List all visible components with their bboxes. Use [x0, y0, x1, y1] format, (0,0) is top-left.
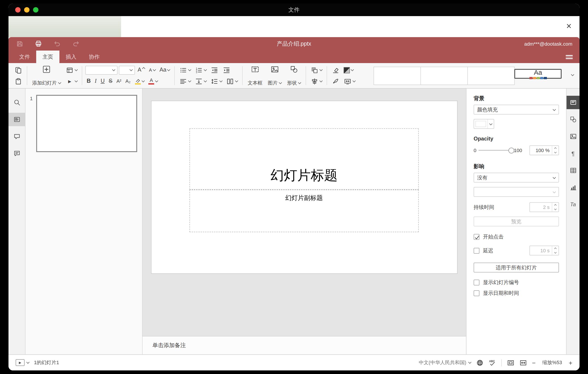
chart-settings-icon: [569, 184, 577, 191]
chevron-down-icon[interactable]: [26, 361, 30, 364]
slide-canvas[interactable]: 幻灯片标题 幻灯片副标题: [143, 88, 466, 336]
opacity-slider-knob[interactable]: [508, 147, 514, 153]
font-color-button[interactable]: A: [147, 77, 159, 86]
change-case-button[interactable]: Aa: [158, 66, 171, 74]
vertical-align-button[interactable]: [194, 76, 208, 86]
tab-insert[interactable]: 插入: [59, 51, 83, 63]
fill-color-picker[interactable]: [474, 119, 494, 129]
search-panel-button[interactable]: [9, 96, 25, 109]
line-spacing-button[interactable]: [209, 76, 224, 86]
fit-width-button[interactable]: [519, 359, 526, 366]
increase-indent-button[interactable]: [221, 65, 232, 75]
preview-button[interactable]: 预览: [474, 217, 559, 226]
undo-button[interactable]: [52, 39, 62, 49]
chart-settings-button[interactable]: [566, 181, 579, 194]
title-placeholder[interactable]: 幻灯片标题: [189, 128, 419, 190]
image-settings-button[interactable]: [566, 130, 579, 143]
start-slideshow-status-button[interactable]: ▶: [16, 359, 25, 366]
language-selector[interactable]: 中文(中华人民共和国): [419, 359, 471, 366]
theme-option-selected[interactable]: Aa: [514, 69, 562, 79]
theme-option-blank-2[interactable]: [420, 67, 468, 85]
slide-thumbnail-1[interactable]: [36, 95, 137, 152]
font-name-select[interactable]: [85, 66, 117, 75]
fit-slide-button[interactable]: [507, 359, 514, 366]
insert-textbox-button[interactable]: 文本框: [245, 63, 265, 88]
comments-panel-button[interactable]: [9, 130, 25, 143]
copy-style-button[interactable]: [330, 76, 341, 86]
background-fill-select[interactable]: 颜色填充: [474, 105, 559, 115]
insert-shape-button[interactable]: 形状: [284, 63, 304, 88]
svg-text:3: 3: [196, 71, 197, 73]
change-layout-button[interactable]: [64, 65, 79, 75]
subtitle-placeholder[interactable]: 幻灯片副标题: [189, 190, 419, 232]
arrange-shapes-button[interactable]: [309, 65, 324, 75]
theme-option-blank-1[interactable]: [374, 67, 421, 85]
bullets-button[interactable]: [178, 65, 192, 75]
print-button[interactable]: [33, 39, 43, 49]
horizontal-align-button[interactable]: [178, 76, 192, 86]
save-button[interactable]: [15, 39, 25, 49]
chevron-down-icon: [279, 81, 282, 84]
slides-panel-button[interactable]: [9, 113, 25, 126]
spellcheck-button[interactable]: ABC: [489, 359, 496, 366]
numbering-button[interactable]: 123: [194, 65, 208, 75]
delay-spinner-arrows[interactable]: [552, 246, 558, 255]
slide-settings-button[interactable]: [566, 96, 579, 109]
opacity-spinner-arrows[interactable]: [552, 146, 558, 155]
paste-button[interactable]: [13, 76, 24, 86]
tab-file[interactable]: 文件: [13, 51, 36, 63]
show-slide-number-checkbox[interactable]: [474, 280, 479, 286]
zoom-out-button[interactable]: −: [532, 359, 536, 366]
shape-settings-button[interactable]: [566, 113, 579, 126]
tab-home[interactable]: 主页: [36, 51, 59, 63]
zoom-in-button[interactable]: +: [569, 359, 572, 366]
opacity-slider[interactable]: [479, 150, 512, 151]
clear-style-button[interactable]: [330, 65, 341, 75]
highlight-color-button[interactable]: [133, 77, 146, 85]
shape-fill-button[interactable]: [343, 66, 355, 74]
tab-collaboration[interactable]: 协作: [83, 51, 106, 63]
paragraph-settings-button[interactable]: ¶: [566, 147, 579, 160]
decrease-font-button[interactable]: A: [148, 67, 157, 73]
editor-center: 幻灯片标题 幻灯片副标题 单击添加备注: [143, 88, 466, 354]
apply-to-all-button[interactable]: 适用于所有幻灯片: [474, 263, 559, 273]
insert-image-button[interactable]: 图片: [265, 63, 284, 88]
slide-1[interactable]: 幻灯片标题 幻灯片副标题: [151, 101, 457, 273]
add-slide-button[interactable]: 添加幻灯片: [30, 63, 63, 88]
document-language-button[interactable]: [476, 359, 483, 366]
align-shapes-button[interactable]: [309, 76, 324, 86]
decrease-indent-button[interactable]: [209, 65, 220, 75]
textart-settings-button[interactable]: Ta: [566, 198, 579, 211]
strikethrough-button[interactable]: S: [107, 78, 114, 85]
increase-font-button[interactable]: A: [136, 66, 146, 74]
copy-button[interactable]: [13, 65, 24, 75]
close-icon[interactable]: ×: [566, 20, 571, 32]
delay-checkbox[interactable]: [474, 248, 479, 253]
start-slideshow-button[interactable]: ▶: [64, 76, 79, 86]
underline-button[interactable]: U: [99, 78, 106, 85]
effect-variant-select[interactable]: [474, 187, 559, 197]
effect-select[interactable]: 没有: [474, 173, 559, 183]
gallery-expand-chevron-icon[interactable]: [571, 73, 574, 76]
show-datetime-checkbox[interactable]: [474, 290, 479, 296]
menu-hamburger-icon[interactable]: [566, 55, 573, 59]
delay-spinner[interactable]: 10 s: [529, 246, 559, 255]
account-label: adm***@dootask.com: [524, 41, 572, 46]
redo-button[interactable]: [71, 39, 81, 49]
superscript-button[interactable]: A²: [115, 78, 123, 85]
bold-button[interactable]: B: [85, 78, 92, 85]
table-settings-button[interactable]: [566, 164, 579, 177]
font-size-select[interactable]: [119, 66, 135, 75]
subscript-button[interactable]: A₂: [124, 78, 132, 85]
duration-spinner-arrows[interactable]: [552, 203, 558, 212]
opacity-spinner[interactable]: 100 %: [529, 145, 559, 155]
theme-option-blank-3[interactable]: [467, 67, 515, 85]
slide-size-button[interactable]: [343, 76, 357, 86]
chevron-down-icon: [468, 361, 471, 364]
columns-button[interactable]: [225, 76, 239, 86]
italic-button[interactable]: I: [93, 78, 98, 85]
duration-spinner[interactable]: 2 s: [529, 202, 559, 212]
chat-panel-button[interactable]: [9, 147, 25, 160]
start-on-click-checkbox[interactable]: [474, 234, 479, 240]
notes-area[interactable]: 单击添加备注: [143, 336, 466, 354]
